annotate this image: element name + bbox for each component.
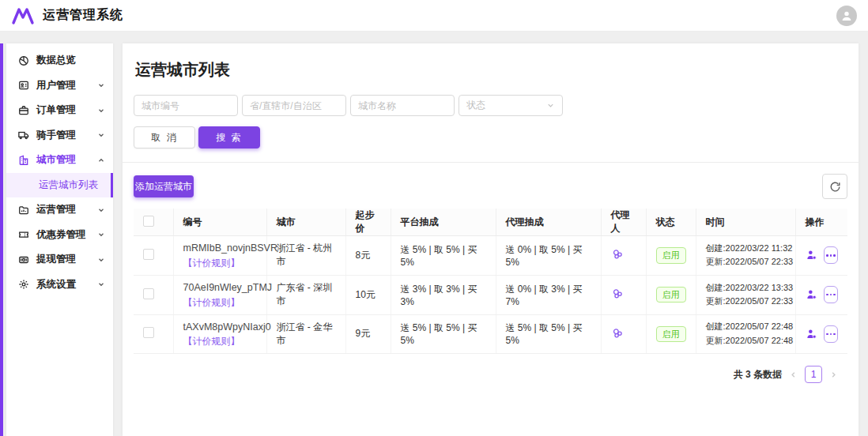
pagination: 共 3 条数据 1 [134,366,847,383]
updated-time: 更新:2022/05/07 22:48 [706,334,786,348]
table-header-row: 编号 城市 起步价 平台抽成 代理抽成 代理人 状态 时间 操作 [134,209,847,236]
table-row: tAXvM8pWpyNIaxj0 【计价规则】 浙江省 - 金华市 9元 送 5… [134,314,847,354]
dashboard-icon [18,55,29,66]
assign-agent-icon[interactable] [806,288,818,301]
chevron-down-icon [97,231,105,239]
sidebar-item-withdrawal-management[interactable]: 提现管理 [6,247,113,272]
sidebar-item-label: 优惠券管理 [36,228,90,242]
chevron-down-icon [97,81,105,89]
sidebar-item-label: 城市管理 [36,153,90,167]
operations-folder-icon [18,205,29,216]
row-checkbox[interactable] [143,327,154,338]
withdraw-icon [18,254,29,265]
status-badge: 启用 [656,326,686,342]
platform-cut: 送 5% | 取 5% | 买 5% [391,236,496,276]
row-checkbox[interactable] [143,249,154,260]
assign-agent-icon[interactable] [806,249,818,261]
sidebar-item-operations-management[interactable]: 运营管理 [6,197,113,223]
users-icon [18,80,29,91]
status-select[interactable]: 状态 [459,95,563,116]
city-name: 广东省 - 深圳市 [266,275,345,314]
col-header-platform-cut: 平台抽成 [391,209,496,236]
more-ellipsis-icon[interactable] [824,246,839,264]
more-ellipsis-icon[interactable] [824,325,839,343]
section-divider [123,162,859,163]
created-time: 创建:2022/05/07 22:48 [706,320,786,334]
sidebar-item-label: 系统设置 [36,278,90,291]
col-header-base-price: 起步价 [345,209,391,236]
sidebar-item-label: 订单管理 [36,103,90,117]
left-accent-bar [0,43,3,436]
user-avatar-icon[interactable] [836,6,857,26]
select-all-checkbox[interactable] [143,216,154,227]
sidebar-item-coupon-management[interactable]: 优惠券管理 [6,223,113,248]
sidebar-item-label: 提现管理 [36,253,90,266]
sidebar-item-data-overview[interactable]: 数据总览 [6,48,113,73]
next-page-icon[interactable] [829,370,838,379]
base-price: 8元 [345,236,391,276]
filter-buttons: 取 消 搜 索 [134,126,847,148]
chevron-down-icon [97,256,105,264]
coupon-icon [18,229,29,240]
more-ellipsis-icon[interactable] [824,286,839,303]
app-body: 数据总览 用户管理 订单管理 [0,32,868,436]
sidebar-item-user-management[interactable]: 用户管理 [6,73,113,99]
status-select-placeholder: 状态 [466,99,485,112]
agent-cut: 送 0% | 取 5% | 买 5% [496,236,601,276]
agent-group-icon[interactable] [611,247,625,261]
chevron-down-icon [97,280,105,288]
brand: 运营管理系统 [11,6,123,25]
sidebar-item-label: 运营管理 [36,203,90,216]
row-checkbox[interactable] [143,288,154,299]
status-badge: 启用 [656,287,686,303]
created-time: 创建:2022/03/22 11:32 [706,242,786,256]
base-price: 9元 [345,314,391,354]
sidebar-subitem-operating-city-list[interactable]: 运营城市列表 [6,173,113,198]
main-content: 运营城市列表 状态 取 消 搜 索 添加运营城市 [123,43,859,436]
col-header-id: 编号 [173,209,266,236]
top-header: 运营管理系统 [0,0,868,32]
sidebar: 数据总览 用户管理 订单管理 [6,43,113,436]
filter-row: 状态 [134,95,847,116]
sidebar-item-system-settings[interactable]: 系统设置 [6,272,113,298]
city-id: tAXvM8pWpyNIaxj0 [183,320,257,335]
assign-agent-icon[interactable] [806,328,818,340]
agent-group-icon[interactable] [611,287,625,300]
agent-group-icon[interactable] [611,326,625,340]
page-title: 运营城市列表 [135,59,846,81]
city-id: mRMIbB_novjnBSVR [183,241,257,256]
sidebar-item-rider-management[interactable]: 骑手管理 [6,123,113,148]
pricing-rule-link[interactable]: 【计价规则】 [183,334,257,348]
updated-time: 更新:2022/05/07 22:33 [706,255,786,269]
agent-cut: 送 5% | 取 5% | 买 5% [496,314,601,354]
add-operating-city-button[interactable]: 添加运营城市 [134,175,194,197]
col-header-city: 城市 [266,209,345,236]
sidebar-item-label: 骑手管理 [36,129,90,142]
cancel-button[interactable]: 取 消 [134,126,195,148]
refresh-icon [829,181,841,193]
search-button[interactable]: 搜 索 [198,126,260,148]
table-toolbar: 添加运营城市 [134,174,847,199]
agent-cut: 送 0% | 取 3% | 买 7% [496,275,601,314]
province-input[interactable] [242,95,346,116]
base-price: 10元 [345,275,391,314]
col-header-agent: 代理人 [601,209,646,236]
chevron-down-icon [97,206,105,214]
city-id-input[interactable] [134,95,238,116]
sidebar-item-city-management[interactable]: 城市管理 [6,148,113,173]
col-header-time: 时间 [696,209,795,236]
prev-page-icon[interactable] [789,370,798,379]
sidebar-subitem-label: 运营城市列表 [39,179,98,192]
pricing-rule-link[interactable]: 【计价规则】 [183,295,257,310]
city-name: 浙江省 - 杭州市 [266,236,345,276]
page-number-button[interactable]: 1 [805,366,822,383]
city-name: 浙江省 - 金华市 [266,314,345,354]
pricing-rule-link[interactable]: 【计价规则】 [183,256,257,270]
refresh-button[interactable] [822,174,847,199]
platform-cut: 送 3% | 取 3% | 买 3% [391,275,496,314]
city-id: 70AeI9nWley_pTMJ [183,280,257,295]
sidebar-item-order-management[interactable]: 订单管理 [6,98,113,123]
city-name-input[interactable] [350,95,455,116]
sidebar-item-label: 数据总览 [36,54,105,67]
app-title: 运营管理系统 [43,7,123,24]
